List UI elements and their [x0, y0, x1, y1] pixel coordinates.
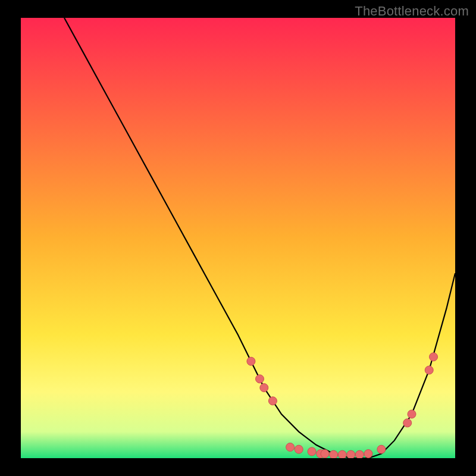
data-point	[403, 419, 412, 427]
data-point	[256, 375, 264, 383]
data-point	[330, 450, 338, 458]
data-point	[268, 397, 277, 405]
data-point	[260, 384, 268, 392]
gradient-background	[21, 18, 455, 458]
data-point	[355, 450, 364, 458]
data-point	[321, 450, 329, 458]
chart-svg	[21, 18, 455, 458]
data-point	[286, 443, 295, 452]
data-point	[408, 410, 416, 418]
data-point	[308, 447, 316, 456]
chart-plot-area	[21, 18, 455, 458]
data-point	[430, 353, 438, 361]
data-point	[295, 445, 303, 453]
data-point	[338, 450, 346, 458]
watermark-text: TheBottleneck.com	[355, 4, 469, 19]
data-point	[377, 445, 386, 453]
data-point	[347, 450, 355, 458]
data-point	[364, 450, 372, 458]
data-point	[425, 366, 433, 374]
data-point	[247, 357, 255, 365]
